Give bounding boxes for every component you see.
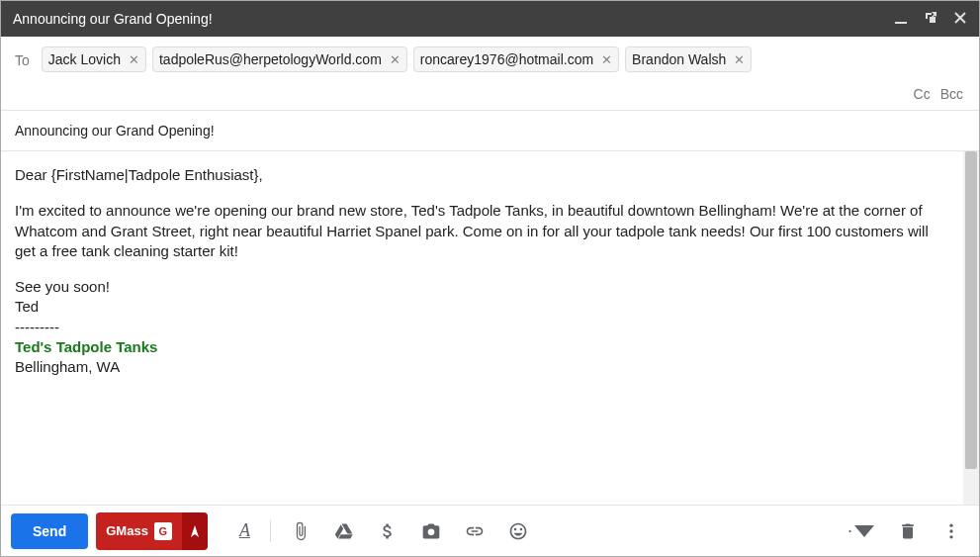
body-closing-name: Ted	[15, 297, 949, 317]
format-text-icon: A	[239, 520, 250, 541]
insert-drive-button[interactable]	[326, 515, 362, 547]
signature-company: Ted's Tadpole Tanks	[15, 337, 949, 357]
formatting-button[interactable]: A	[231, 514, 258, 547]
gmass-logo-icon: G	[154, 522, 172, 540]
attach-file-button[interactable]	[283, 515, 318, 547]
recipient-chip[interactable]: tadpoleRus@herpetologyWorld.com ✕	[152, 46, 407, 72]
more-send-options-button[interactable]: ·	[840, 514, 882, 547]
insert-money-button[interactable]	[370, 515, 405, 547]
signature-location: Bellingham, WA	[15, 357, 949, 377]
body-paragraph: I'm excited to announce we're opening ou…	[15, 201, 949, 261]
recipient-text: Jack Lovich	[48, 51, 121, 67]
gmass-button[interactable]: GMass G	[96, 512, 182, 550]
svg-point-9	[949, 535, 952, 538]
kebab-icon	[941, 521, 961, 541]
recipient-text: tadpoleRus@herpetologyWorld.com	[159, 51, 382, 67]
close-icon[interactable]	[953, 11, 967, 28]
subject-text: Announcing our Grand Opening!	[15, 123, 215, 139]
recipient-chip[interactable]: Jack Lovich ✕	[42, 46, 146, 72]
bcc-toggle[interactable]: Bcc	[940, 86, 963, 102]
body-closing-line: See you soon!	[15, 277, 949, 297]
compose-toolbar: Send GMass G A	[1, 505, 979, 556]
paperclip-icon	[291, 521, 311, 541]
recipient-chip[interactable]: roncarey1976@hotmail.com ✕	[413, 46, 619, 72]
scroll-thumb[interactable]	[965, 151, 977, 469]
to-label: To	[15, 46, 36, 74]
compose-window: Announcing our Grand Opening! To Jack Lo…	[0, 0, 980, 557]
to-field[interactable]: To Jack Lovich ✕ tadpoleRus@herpetologyW…	[1, 37, 979, 111]
body-greeting: Dear {FirstName|Tadpole Enthusiast},	[15, 165, 949, 185]
cc-toggle[interactable]: Cc	[914, 86, 931, 102]
remove-recipient-icon[interactable]: ✕	[734, 52, 745, 67]
svg-marker-6	[854, 525, 874, 537]
toolbar-divider	[270, 520, 271, 542]
discard-draft-button[interactable]	[890, 515, 926, 547]
remove-recipient-icon[interactable]: ✕	[601, 52, 612, 67]
window-controls	[894, 11, 967, 28]
insert-link-button[interactable]	[457, 515, 492, 547]
subject-field[interactable]: Announcing our Grand Opening!	[1, 111, 979, 151]
svg-point-8	[949, 529, 952, 532]
signature-divider: ---------	[15, 318, 949, 337]
gmass-label: GMass	[106, 523, 148, 538]
recipient-chip[interactable]: Brandon Walsh ✕	[625, 46, 752, 72]
svg-rect-0	[895, 22, 907, 24]
email-body[interactable]: Dear {FirstName|Tadpole Enthusiast}, I'm…	[1, 151, 963, 505]
dot-icon: ·	[847, 520, 852, 541]
recipient-text: Brandon Walsh	[632, 51, 726, 67]
more-options-button[interactable]	[934, 515, 969, 547]
gmass-dropdown-button[interactable]	[182, 512, 208, 550]
drive-icon	[334, 521, 354, 541]
remove-recipient-icon[interactable]: ✕	[390, 52, 401, 67]
scrollbar[interactable]	[963, 151, 979, 505]
window-title: Announcing our Grand Opening!	[13, 11, 894, 27]
minimize-icon[interactable]	[894, 11, 908, 28]
chevron-down-icon	[854, 521, 874, 541]
window-header: Announcing our Grand Opening!	[1, 1, 979, 37]
link-icon	[465, 521, 485, 541]
popout-icon[interactable]	[924, 11, 937, 28]
dollar-icon	[378, 521, 398, 541]
camera-icon	[421, 521, 441, 541]
svg-point-7	[949, 523, 952, 526]
svg-marker-5	[191, 525, 199, 537]
trash-icon	[898, 521, 918, 541]
body-wrap: Dear {FirstName|Tadpole Enthusiast}, I'm…	[1, 151, 979, 505]
cc-bcc-row: Cc Bcc	[15, 80, 967, 106]
recipient-text: roncarey1976@hotmail.com	[420, 51, 593, 67]
insert-emoji-button[interactable]	[500, 515, 536, 547]
send-button[interactable]: Send	[11, 513, 88, 549]
insert-photo-button[interactable]	[413, 515, 449, 547]
gmass-group: GMass G	[96, 512, 208, 550]
remove-recipient-icon[interactable]: ✕	[129, 52, 139, 67]
scroll-track[interactable]	[963, 151, 979, 505]
emoji-icon	[508, 521, 528, 541]
